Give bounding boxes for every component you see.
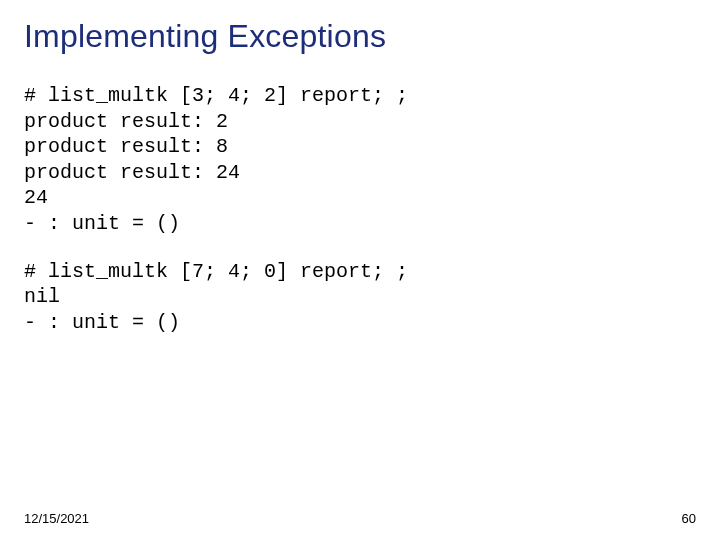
footer: 12/15/2021 60 <box>24 511 696 526</box>
page-title: Implementing Exceptions <box>24 18 696 55</box>
slide: Implementing Exceptions # list_multk [3;… <box>0 0 720 540</box>
footer-page-number: 60 <box>682 511 696 526</box>
footer-date: 12/15/2021 <box>24 511 89 526</box>
code-block-2: # list_multk [7; 4; 0] report; ; nil - :… <box>24 259 696 336</box>
code-block-1: # list_multk [3; 4; 2] report; ; product… <box>24 83 696 237</box>
